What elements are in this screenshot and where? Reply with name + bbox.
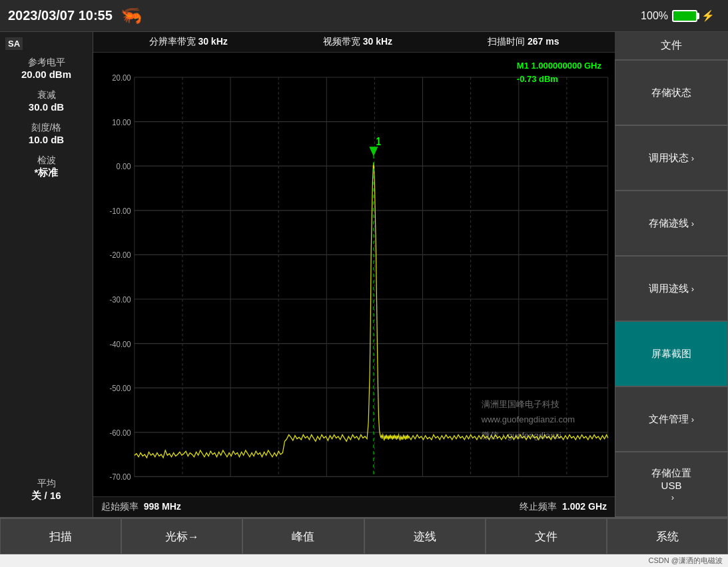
cursor-label: 光标→ <box>165 529 199 544</box>
battery-percentage: 100% <box>641 10 668 22</box>
svg-text:-10.00: -10.00 <box>110 206 131 216</box>
recall-trace-button[interactable]: 调用迹线 › <box>615 256 728 321</box>
recall-state-label: 调用状态 <box>649 152 689 165</box>
store-trace-arrow-icon: › <box>691 219 694 229</box>
rbw-value: 30 kHz <box>198 36 227 47</box>
svg-text:-20.00: -20.00 <box>110 250 131 260</box>
svg-text:1: 1 <box>376 136 380 147</box>
store-trace-label: 存储迹线 <box>649 217 689 230</box>
chart-container: 20.00 10.00 0.00 -10.00 -20.00 -30.00 -4… <box>93 53 615 496</box>
sweep-value: 267 ms <box>528 36 559 47</box>
file-manage-button[interactable]: 文件管理 › <box>615 386 728 452</box>
svg-text:-70.00: -70.00 <box>110 472 131 482</box>
bottom-toolbar: 扫描 光标→ 峰值 迹线 文件 系统 <box>0 517 728 554</box>
screenshot-label: 屏幕截图 <box>651 348 691 360</box>
chart-header: 分辨率带宽 30 kHz 视频带宽 30 kHz 扫描时间 267 ms <box>93 32 615 53</box>
vbw-label: 视频带宽 30 kHz <box>323 36 392 48</box>
system-label: 系统 <box>656 529 679 544</box>
end-freq-value: 1.002 GHz <box>562 501 607 512</box>
end-freq-label: 终止频率 <box>520 501 557 512</box>
param-average-label: 平均 <box>5 478 87 490</box>
screenshot-button[interactable]: 屏幕截图 <box>615 321 728 386</box>
watermark: 满洲里国峰电子科技 www.guofengdianzi.com 微信：guofe… <box>482 396 575 443</box>
watermark-line1: 满洲里国峰电子科技 <box>482 396 575 412</box>
svg-text:-40.00: -40.00 <box>110 339 131 349</box>
left-panel: SA 参考电平 20.00 dBm 衰减 30.0 dB 刻度/格 10.0 d… <box>0 32 93 517</box>
trace-button[interactable]: 迹线 <box>364 518 486 554</box>
system-button[interactable]: 系统 <box>607 518 728 554</box>
marker-power: -0.73 dBm <box>517 73 601 86</box>
param-attenuation: 衰减 30.0 dB <box>5 89 87 113</box>
start-freq-label: 起始频率 <box>101 501 139 512</box>
cursor-button[interactable]: 光标→ <box>121 518 242 554</box>
scan-label: 扫描 <box>49 529 72 544</box>
file-manage-arrow-icon: › <box>691 414 694 424</box>
storage-location-label: 存储位置USB <box>651 467 691 491</box>
recall-trace-arrow-icon: › <box>691 284 694 294</box>
param-detect: 检波 *标准 <box>5 155 87 179</box>
top-bar: 2023/03/07 10:55 🦐 100% ⚡ <box>0 0 728 32</box>
battery-tip <box>697 13 699 19</box>
param-attenuation-label: 衰减 <box>5 89 87 101</box>
power-arrow-icon: ⚡ <box>701 9 715 22</box>
sweep-label: 扫描时间 267 ms <box>488 36 559 48</box>
peak-button[interactable]: 峰值 <box>242 518 364 554</box>
start-freq: 起始频率 998 MHz <box>101 501 181 513</box>
file-button[interactable]: 文件 <box>486 518 607 554</box>
chart-footer: 起始频率 998 MHz 终止频率 1.002 GHz <box>93 496 615 517</box>
svg-text:-60.00: -60.00 <box>110 428 131 438</box>
watermark-line3: 微信：guofengdianzi <box>482 428 575 443</box>
recall-trace-label: 调用迹线 <box>649 283 689 295</box>
storage-location-arrow-icon: › <box>671 492 674 502</box>
store-state-label: 存储状态 <box>651 87 691 99</box>
param-scale: 刻度/格 10.0 dB <box>5 122 87 145</box>
svg-text:20.00: 20.00 <box>112 73 131 83</box>
param-ref-level-label: 参考电平 <box>5 57 87 69</box>
watermark-line2: www.guofengdianzi.com <box>482 412 575 427</box>
datetime-display: 2023/03/07 10:55 <box>8 8 113 23</box>
file-label: 文件 <box>535 529 557 544</box>
storage-location-button[interactable]: 存储位置USB › <box>615 452 728 517</box>
param-detect-value: *标准 <box>5 167 87 179</box>
battery-indicator: 100% ⚡ <box>641 9 715 22</box>
right-panel-title: 文件 <box>615 32 728 60</box>
param-attenuation-value: 30.0 dB <box>5 101 87 113</box>
param-scale-value: 10.0 dB <box>5 134 87 145</box>
sa-label: SA <box>5 37 23 50</box>
battery-icon <box>672 10 697 22</box>
param-detect-label: 检波 <box>5 155 87 167</box>
param-average-value: 关 / 16 <box>5 490 87 502</box>
param-scale-label: 刻度/格 <box>5 122 87 134</box>
right-panel: 文件 存储状态 调用状态 › 存储迹线 › 调用迹线 › 屏幕截图 文件管理 <box>615 32 728 517</box>
marker-freq: M1 1.000000000 GHz <box>517 59 601 73</box>
signal-icon: 🦐 <box>121 5 142 26</box>
attribution: CSDN @潇洒的电磁波 <box>0 554 728 567</box>
scan-button[interactable]: 扫描 <box>0 518 121 554</box>
chart-area: 分辨率带宽 30 kHz 视频带宽 30 kHz 扫描时间 267 ms <box>93 32 615 517</box>
param-average: 平均 关 / 16 <box>5 478 87 502</box>
attribution-text: CSDN @潇洒的电磁波 <box>649 556 723 564</box>
store-state-button[interactable]: 存储状态 <box>615 60 728 125</box>
trace-label: 迹线 <box>414 529 436 544</box>
start-freq-value: 998 MHz <box>144 501 181 512</box>
main-area: SA 参考电平 20.00 dBm 衰减 30.0 dB 刻度/格 10.0 d… <box>0 32 728 517</box>
peak-label: 峰值 <box>292 529 314 544</box>
rbw-label: 分辨率带宽 30 kHz <box>149 36 228 48</box>
svg-text:0.00: 0.00 <box>117 161 131 171</box>
param-ref-level-value: 20.00 dBm <box>5 69 87 80</box>
end-freq: 终止频率 1.002 GHz <box>520 501 607 513</box>
svg-text:10.00: 10.00 <box>112 117 131 127</box>
marker-info: M1 1.000000000 GHz -0.73 dBm <box>517 59 601 85</box>
vbw-value: 30 kHz <box>363 36 392 47</box>
right-panel-buttons: 存储状态 调用状态 › 存储迹线 › 调用迹线 › 屏幕截图 文件管理 › <box>615 60 728 517</box>
svg-text:-30.00: -30.00 <box>110 294 131 304</box>
param-ref-level: 参考电平 20.00 dBm <box>5 57 87 80</box>
svg-text:-50.00: -50.00 <box>110 383 131 393</box>
recall-state-button[interactable]: 调用状态 › <box>615 125 728 191</box>
file-manage-label: 文件管理 <box>649 413 689 426</box>
recall-state-arrow-icon: › <box>691 153 694 163</box>
store-trace-button[interactable]: 存储迹线 › <box>615 191 728 256</box>
